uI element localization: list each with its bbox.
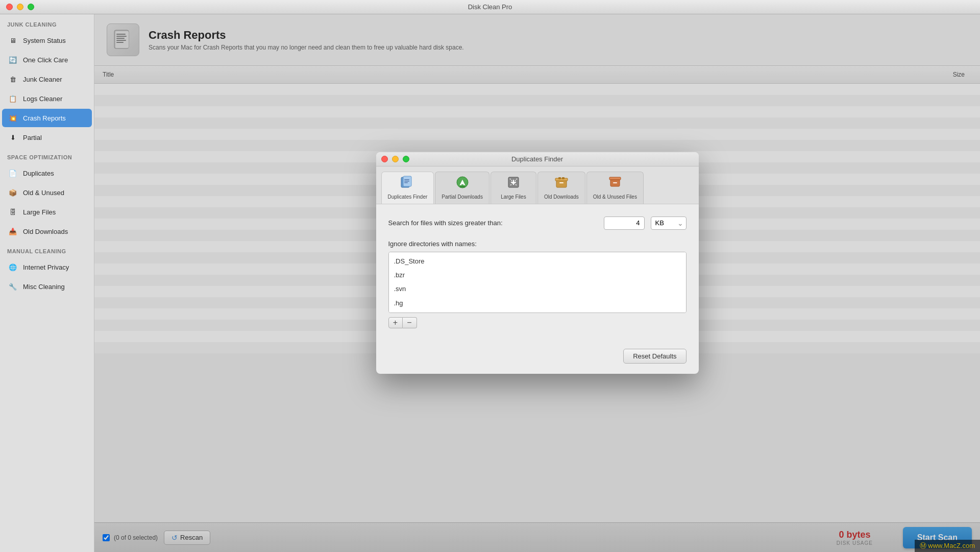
app-body: JUNK CLEANING 🖥 System Status 🔄 One Clic… <box>0 14 980 552</box>
sidebar-item-partial[interactable]: ⬇ Partial <box>2 128 92 147</box>
list-item[interactable]: .hg <box>389 296 686 310</box>
large-files-tab-icon <box>506 175 521 193</box>
sidebar-item-crash-reports[interactable]: 💥 Crash Reports <box>2 109 92 127</box>
ignore-list[interactable]: .DS_Store .bzr .svn .hg .git CVSROOT CVS <box>388 252 687 313</box>
sidebar-item-junk-cleaner[interactable]: 🗑 Junk Cleaner <box>2 70 92 88</box>
window-controls[interactable] <box>6 4 34 10</box>
modal-title: Duplicates Finder <box>511 155 563 163</box>
unit-select[interactable]: KB MB GB <box>651 217 687 230</box>
add-remove-bar: + − <box>388 317 687 328</box>
ignore-section: Ignore directories with names: .DS_Store… <box>388 240 687 328</box>
tab-duplicates-finder[interactable]: Duplicates Finder <box>381 172 434 204</box>
list-item[interactable]: .svn <box>389 282 686 296</box>
sidebar-label-duplicates: Duplicates <box>23 170 54 177</box>
sidebar-label-crash-reports: Crash Reports <box>23 114 66 122</box>
sidebar-label-old-downloads: Old Downloads <box>23 228 68 235</box>
sidebar-label-old-unused: Old & Unused <box>23 189 64 197</box>
sidebar-label-system-status: System Status <box>23 37 66 44</box>
modal-footer: Reset Defaults <box>376 341 699 374</box>
sidebar-label-internet-privacy: Internet Privacy <box>23 263 69 271</box>
old-unused-files-tab-icon <box>608 175 622 193</box>
list-item[interactable]: .DS_Store <box>389 254 686 268</box>
tab-old-downloads[interactable]: Old Downloads <box>537 172 585 204</box>
modal-title-bar: Duplicates Finder <box>376 152 699 166</box>
remove-directory-button[interactable]: − <box>403 317 417 328</box>
section-junk-cleaning: JUNK CLEANING <box>0 14 94 31</box>
tab-large-files[interactable]: Large Files <box>491 172 536 204</box>
junk-cleaner-icon: 🗑 <box>7 74 18 85</box>
tab-old-downloads-label: Old Downloads <box>544 194 579 200</box>
maximize-button[interactable] <box>28 4 34 10</box>
modal-body: Search for files with sizes greater than… <box>376 204 699 341</box>
modal-overlay: Duplicates Finder Duplicates Finder <box>94 14 980 552</box>
svg-rect-28 <box>613 182 617 183</box>
misc-cleaning-icon: 🔧 <box>7 281 18 292</box>
old-downloads-icon: 📥 <box>7 226 18 237</box>
tab-old-unused-files[interactable]: Old & Unused Files <box>586 172 644 204</box>
svg-rect-15 <box>460 186 465 187</box>
sidebar-item-large-files[interactable]: 🗄 Large Files <box>2 203 92 221</box>
tab-partial-downloads[interactable]: Partial Downloads <box>435 172 489 204</box>
svg-rect-25 <box>559 182 564 183</box>
list-item[interactable]: .bzr <box>389 268 686 282</box>
svg-rect-24 <box>562 177 565 179</box>
svg-rect-27 <box>609 177 621 180</box>
sidebar-label-junk-cleaner: Junk Cleaner <box>23 76 62 83</box>
sidebar-label-large-files: Large Files <box>23 208 56 216</box>
svg-rect-9 <box>404 179 409 180</box>
tab-old-unused-files-label: Old & Unused Files <box>593 194 637 200</box>
partial-downloads-tab-icon <box>455 175 470 193</box>
duplicates-icon: 📄 <box>7 167 18 179</box>
svg-rect-23 <box>558 177 561 179</box>
tab-partial-downloads-label: Partial Downloads <box>442 194 483 200</box>
tab-duplicates-finder-label: Duplicates Finder <box>388 194 428 200</box>
sidebar-item-one-click-care[interactable]: 🔄 One Click Care <box>2 51 92 69</box>
sidebar-item-misc-cleaning[interactable]: 🔧 Misc Cleaning <box>2 277 92 296</box>
sidebar-item-old-unused[interactable]: 📦 Old & Unused <box>2 183 92 202</box>
sidebar-item-logs-cleaner[interactable]: 📋 Logs Cleaner <box>2 89 92 108</box>
tab-large-files-label: Large Files <box>501 194 526 200</box>
duplicates-finder-tab-icon <box>400 175 414 193</box>
sidebar-label-misc-cleaning: Misc Cleaning <box>23 283 65 291</box>
minimize-button[interactable] <box>17 4 23 10</box>
sidebar-item-old-downloads[interactable]: 📥 Old Downloads <box>2 222 92 241</box>
size-input[interactable] <box>604 217 645 230</box>
unit-select-wrap: KB MB GB ⌄ <box>651 217 687 230</box>
add-directory-button[interactable]: + <box>388 317 403 328</box>
ignore-label: Ignore directories with names: <box>388 240 687 248</box>
modal-maximize-button[interactable] <box>403 156 409 162</box>
modal-minimize-button[interactable] <box>392 156 399 162</box>
sidebar-item-internet-privacy[interactable]: 🌐 Internet Privacy <box>2 258 92 276</box>
modal-tab-bar: Duplicates Finder Partial Downloads Larg… <box>376 166 699 204</box>
sidebar-label-logs-cleaner: Logs Cleaner <box>23 95 62 103</box>
search-size-row: Search for files with sizes greater than… <box>388 217 687 230</box>
close-button[interactable] <box>6 4 13 10</box>
section-manual-cleaning: MANUAL CLEANING <box>0 241 94 257</box>
large-files-icon: 🗄 <box>7 206 18 218</box>
app-title: Disk Clean Pro <box>468 3 512 11</box>
reset-defaults-button[interactable]: Reset Defaults <box>623 349 686 364</box>
modal-close-button[interactable] <box>381 156 388 162</box>
title-bar: Disk Clean Pro <box>0 0 980 14</box>
partial-icon: ⬇ <box>7 132 18 143</box>
one-click-care-icon: 🔄 <box>7 54 18 65</box>
sidebar-label-one-click-care: One Click Care <box>23 56 68 64</box>
sidebar-item-duplicates[interactable]: 📄 Duplicates <box>2 164 92 182</box>
svg-rect-10 <box>404 181 409 182</box>
system-status-icon: 🖥 <box>7 35 18 46</box>
svg-rect-22 <box>555 178 568 181</box>
sidebar-item-system-status[interactable]: 🖥 System Status <box>2 31 92 50</box>
old-unused-icon: 📦 <box>7 187 18 198</box>
internet-privacy-icon: 🌐 <box>7 261 18 273</box>
old-downloads-tab-icon <box>554 175 569 193</box>
section-space-optimization: SPACE OPTIMIZATION <box>0 147 94 163</box>
main-content: Crash Reports Scans your Mac for Crash R… <box>94 14 980 552</box>
logs-cleaner-icon: 📋 <box>7 93 18 104</box>
modal-window: Duplicates Finder Duplicates Finder <box>376 152 699 374</box>
search-size-label: Search for files with sizes greater than… <box>388 219 598 227</box>
crash-reports-icon: 💥 <box>7 112 18 124</box>
modal-window-controls[interactable] <box>381 156 409 162</box>
sidebar: JUNK CLEANING 🖥 System Status 🔄 One Clic… <box>0 14 94 552</box>
list-item[interactable]: .git <box>389 310 686 313</box>
svg-rect-11 <box>404 182 408 183</box>
